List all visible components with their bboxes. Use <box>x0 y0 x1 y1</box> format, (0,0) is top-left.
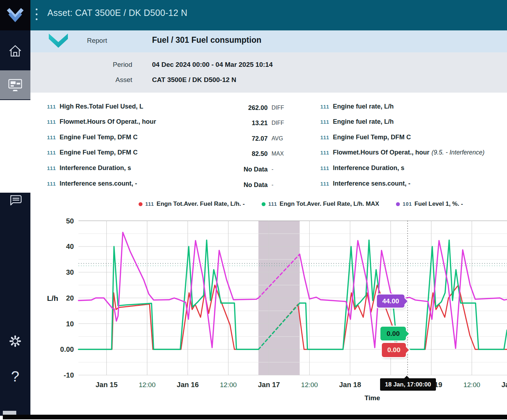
tooltip-time: 18 Jan, 17:00:00 <box>385 381 431 388</box>
x-tick-label: 12:00 <box>220 381 237 389</box>
metric-row: 111Interference sens.count, - <box>320 180 413 191</box>
x-tick-label: 12:00 <box>139 381 156 389</box>
sidebar-item-home[interactable] <box>0 37 30 66</box>
unit-badge: 101 <box>403 201 412 207</box>
metric-row: 111Flowmet.Hours Of Operat., hour <box>47 118 156 129</box>
y-tick-label: 0.00 <box>60 345 74 353</box>
metric-row: 111Engine Fuel Temp, DFM C <box>320 134 413 144</box>
unit-badge: 111 <box>47 150 56 156</box>
metric-label: Interference sens.count, - <box>60 180 137 187</box>
legend-label: Engn Tot.Aver. Fuel Rate, L/h. - <box>157 200 245 208</box>
unit-badge: 111 <box>268 201 277 207</box>
metric-row: 111Engine fuel rate, L/h <box>320 103 396 113</box>
max-rate-tooltip: 0.00 <box>380 327 406 340</box>
logo-chevron-icon <box>6 7 24 23</box>
unit-badge: 111 <box>145 201 154 207</box>
legend-item-avg-fuel-rate[interactable]: 111 Engn Tot.Aver. Fuel Rate, L/h. - <box>139 199 245 209</box>
metric-aggregation: DIFF <box>272 105 284 111</box>
legend-dot-red <box>139 202 142 206</box>
legend-label: Engn Tot.Aver. Fuel Rate, L/h. MAX <box>280 200 379 208</box>
tooltip-value: 44.00 <box>382 297 399 305</box>
legend-item-fuel-level[interactable]: 101 Fuel Level 1, %. - <box>396 199 463 209</box>
y-tick-label: 40 <box>66 243 74 250</box>
unit-badge: 111 <box>320 104 330 110</box>
y-tick-label: -10 <box>64 371 74 379</box>
monitor-icon <box>7 77 23 92</box>
fuel-consumption-chart[interactable]: Jan 1512:00Jan 1612:00Jan 1712:00Jan 181… <box>35 211 507 410</box>
metric-row: 111Engine fuel rate, L/h <box>320 118 396 129</box>
report-title: Fuel / 301 Fuel consumption <box>152 35 261 45</box>
asset-value: CAT 3500E / DK D500-12 N <box>152 76 236 84</box>
metric-label: Interference sens.count, - <box>333 180 410 187</box>
x-axis-title: Time <box>365 394 380 402</box>
period-value: 04 Dec 2024 00:00 - 04 Mar 2025 10:14 <box>152 61 273 69</box>
metric-label: Engine fuel rate, L/h <box>333 118 394 126</box>
unit-badge: 111 <box>47 165 56 171</box>
unit-badge: 111 <box>47 119 56 125</box>
unit-badge: 111 <box>47 104 56 110</box>
metric-note: (9.5. - Interference) <box>432 149 485 156</box>
app-window: ? Asset: CAT 3500E / DK D500-12 N Report… <box>0 0 507 420</box>
y-tick-label: 20 <box>66 294 74 302</box>
sidebar: ? <box>0 30 30 416</box>
home-icon <box>8 44 23 59</box>
metrics-table: 111High Res.Total Fuel Used, L 262.00 DI… <box>0 100 507 193</box>
y-axis-title: L/h <box>47 294 58 302</box>
metric-value: 13.21 <box>225 119 268 127</box>
sidebar-item-help[interactable]: ? <box>0 362 30 391</box>
metric-label: Interference Duration, s <box>333 164 404 172</box>
unit-badge: 111 <box>320 150 330 156</box>
metric-value: 262.00 <box>225 104 268 112</box>
period-label: Period <box>71 61 132 69</box>
metric-value: 82.50 <box>225 150 268 158</box>
metric-row: 111High Res.Total Fuel Used, L <box>47 103 143 113</box>
crosshair-time-tooltip: 18 Jan, 17:00:00 <box>380 378 436 391</box>
sidebar-item-monitoring[interactable] <box>0 70 30 99</box>
metric-label: High Res.Total Fuel Used, L <box>60 103 144 110</box>
metric-row: 111Engine Fuel Temp, DFM C <box>47 134 138 144</box>
y-tick-label: 30 <box>66 268 74 276</box>
y-tick-label: 50 <box>66 217 74 225</box>
metric-row: 111Interference sens.count, - <box>47 180 137 191</box>
tooltip-value: 0.00 <box>387 330 400 338</box>
metric-row: 111Interference Duration, s <box>320 164 407 175</box>
legend-item-max-fuel-rate[interactable]: 111 Engn Tot.Aver. Fuel Rate, L/h. MAX <box>262 199 379 209</box>
unit-badge: 111 <box>320 181 330 187</box>
y-tick-label: 10 <box>66 320 74 328</box>
legend-dot-green <box>262 202 266 206</box>
metric-aggregation: MAX <box>272 151 284 157</box>
x-tick-label: Jan 18 <box>339 381 361 389</box>
unit-badge: 111 <box>47 181 56 187</box>
metric-label: Engine Fuel Temp, DFM C <box>333 134 411 141</box>
metric-label: Engine fuel rate, L/h <box>333 103 394 110</box>
tooltip-value: 0.00 <box>387 346 401 354</box>
metric-label: Engine Fuel Temp, DFM C <box>60 134 138 141</box>
metric-aggregation: AVG <box>272 135 283 142</box>
sidebar-item-settings[interactable] <box>0 327 30 356</box>
unit-badge: 111 <box>47 135 56 140</box>
x-tick-label: 12:00 <box>301 381 318 389</box>
asset-label: Asset <box>71 76 132 84</box>
metric-value: No Data <box>225 181 268 189</box>
metric-value: No Data <box>225 166 268 173</box>
x-tick-label: Jan 20 <box>501 381 507 389</box>
metric-row: 111Engine Fuel Temp, DFM C <box>47 149 138 159</box>
report-field-label: Report <box>87 37 107 45</box>
metric-label: Engine Fuel Temp, DFM C <box>60 149 138 156</box>
metric-label: Flowmet.Hours Of Operat., hour <box>60 118 156 126</box>
metric-aggregation: - <box>272 182 273 188</box>
kebab-menu-icon[interactable] <box>36 8 39 23</box>
metric-aggregation: - <box>272 166 273 173</box>
settings-gear-icon <box>7 333 23 349</box>
fuel-level-tooltip: 44.00 <box>377 294 404 308</box>
logo-block[interactable] <box>0 0 30 30</box>
window-bottom-edge <box>3 415 507 419</box>
chat-icon <box>8 193 23 207</box>
collapse-chevron-icon[interactable] <box>49 34 68 50</box>
metric-row: 111Interference Duration, s <box>47 164 131 175</box>
legend-dot-purple <box>396 202 400 206</box>
metric-label: Flowmet.Hours Of Operat., hour <box>333 149 430 156</box>
help-icon: ? <box>11 368 19 385</box>
x-tick-label: Jan 16 <box>177 381 199 389</box>
avg-rate-tooltip: 0.00 <box>382 343 406 357</box>
